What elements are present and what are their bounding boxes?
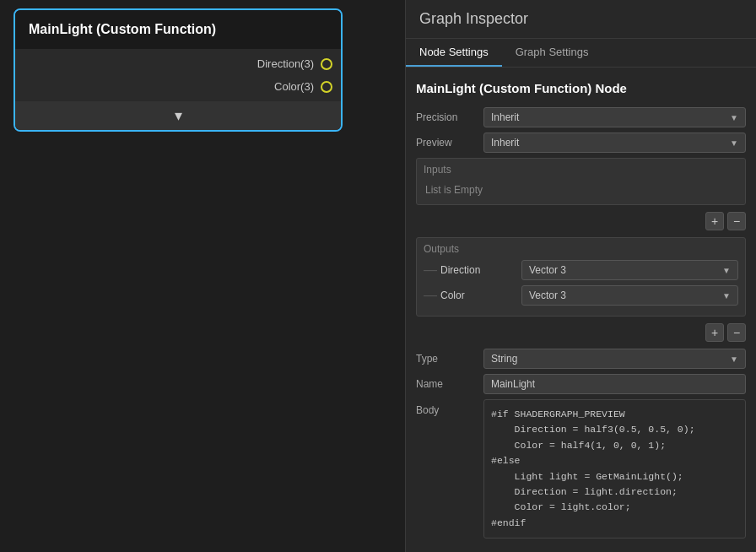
outputs-section: Outputs — Direction Vector 3 ▼ — Color V…	[416, 237, 746, 317]
inputs-empty-text: List is Empty	[424, 181, 738, 199]
body-label: Body	[416, 399, 483, 416]
output-dash-color: —	[424, 288, 435, 303]
inputs-section: Inputs List is Empty	[416, 158, 746, 205]
preview-row: Preview Inherit ▼	[416, 133, 746, 153]
output-name-direction: Direction	[440, 264, 516, 276]
inputs-remove-button[interactable]: −	[727, 212, 746, 230]
outputs-add-button[interactable]: +	[705, 323, 724, 342]
tab-graph-settings[interactable]: Graph Settings	[502, 39, 602, 67]
port-label-direction: Direction(3)	[257, 57, 314, 70]
node-body: Direction(3) Color(3)	[15, 49, 341, 101]
chevron-down-icon: ▾	[175, 106, 182, 125]
preview-arrow-icon: ▼	[730, 138, 738, 148]
type-label: Type	[416, 353, 483, 365]
outputs-remove-button[interactable]: −	[727, 323, 746, 342]
inputs-add-button[interactable]: +	[705, 212, 724, 230]
name-row: Name MainLight	[416, 374, 746, 394]
outputs-title: Outputs	[424, 243, 738, 255]
node-title: MainLight (Custom Function)	[15, 10, 341, 49]
output-dash-direction: —	[424, 262, 435, 278]
inputs-title: Inputs	[424, 164, 738, 176]
name-value: MainLight	[491, 378, 535, 390]
output-name-color: Color	[440, 290, 516, 301]
port-circle-direction[interactable]	[321, 58, 332, 70]
inspector-panel: Graph Inspector Node Settings Graph Sett…	[405, 0, 756, 552]
node-section-title: MainLight (Custom Function) Node	[416, 78, 746, 99]
body-row: Body #if SHADERGRAPH_PREVIEW Direction =…	[416, 399, 746, 538]
name-field[interactable]: MainLight	[483, 374, 746, 394]
type-row: Type String ▼	[416, 349, 746, 369]
output-color-arrow-icon: ▼	[722, 291, 731, 300]
node-footer[interactable]: ▾	[15, 101, 341, 130]
output-direction-arrow-icon: ▼	[722, 266, 731, 275]
precision-arrow-icon: ▼	[730, 113, 738, 122]
precision-label: Precision	[416, 111, 483, 123]
preview-label: Preview	[416, 137, 483, 149]
port-circle-color[interactable]	[321, 81, 332, 93]
name-label: Name	[416, 378, 483, 390]
inspector-tabs: Node Settings Graph Settings	[406, 39, 756, 68]
output-row-direction: — Direction Vector 3 ▼	[424, 260, 738, 280]
inspector-content[interactable]: MainLight (Custom Function) Node Precisi…	[406, 68, 756, 552]
graph-canvas: MainLight (Custom Function) Direction(3)…	[0, 0, 405, 552]
output-type-dropdown-direction[interactable]: Vector 3 ▼	[521, 260, 738, 280]
type-dropdown[interactable]: String ▼	[483, 349, 746, 369]
preview-dropdown[interactable]: Inherit ▼	[483, 133, 746, 153]
precision-value: Inherit	[491, 111, 519, 123]
preview-value: Inherit	[491, 137, 519, 149]
outputs-add-remove-row: + −	[416, 323, 746, 342]
port-row-direction: Direction(3)	[15, 52, 341, 75]
type-arrow-icon: ▼	[730, 354, 738, 364]
precision-row: Precision Inherit ▼	[416, 107, 746, 127]
type-value: String	[491, 353, 517, 365]
output-type-dropdown-color[interactable]: Vector 3 ▼	[521, 285, 738, 306]
output-type-value-color: Vector 3	[529, 290, 566, 301]
tab-node-settings[interactable]: Node Settings	[406, 39, 502, 67]
precision-dropdown[interactable]: Inherit ▼	[483, 107, 746, 127]
body-field[interactable]: #if SHADERGRAPH_PREVIEW Direction = half…	[483, 399, 746, 538]
output-type-value-direction: Vector 3	[529, 264, 566, 276]
output-row-color: — Color Vector 3 ▼	[424, 285, 738, 306]
inspector-header: Graph Inspector	[406, 0, 756, 39]
main-node[interactable]: MainLight (Custom Function) Direction(3)…	[14, 8, 343, 132]
inputs-add-remove-row: + −	[416, 212, 746, 230]
port-row-color: Color(3)	[15, 75, 341, 98]
port-label-color: Color(3)	[274, 80, 314, 93]
